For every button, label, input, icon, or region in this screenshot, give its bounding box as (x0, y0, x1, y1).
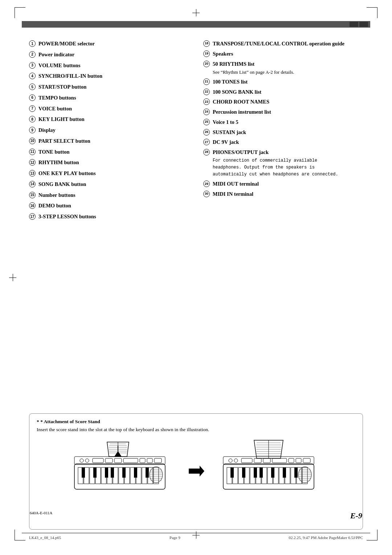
svg-rect-28 (123, 458, 138, 463)
svg-rect-16 (93, 467, 97, 478)
item-text: DEMO button (38, 202, 71, 210)
corner-mark-tl (15, 7, 25, 18)
list-item: 5START/STOP button (29, 83, 189, 91)
list-item: 27DC 9V jack (203, 138, 363, 146)
item-number: 28 (203, 149, 210, 155)
item-number: 4 (29, 73, 36, 79)
list-item: 15Number buttons (29, 191, 189, 199)
list-item-wrapper: 21100 TONES list (203, 78, 363, 86)
cross-left (9, 274, 16, 281)
item-text: TRANSPOSE/TUNE/LOCAL CONTROL operation g… (213, 40, 344, 48)
item-text: KEY LIGHT button (38, 116, 85, 123)
svg-point-23 (80, 459, 83, 462)
corner-mark-tr (367, 7, 377, 18)
svg-rect-72 (302, 467, 307, 484)
svg-marker-49 (189, 466, 204, 477)
item-text: START/STOP button (38, 83, 86, 91)
asterisk: * (37, 419, 39, 424)
list-item-wrapper: 18TRANSPOSE/TUNE/LOCAL CONTROL operation… (203, 40, 363, 48)
keyboard-after-svg (220, 438, 321, 504)
svg-point-81 (229, 459, 232, 462)
list-item: 11TONE button (29, 148, 189, 156)
header-accent-1 (350, 22, 358, 27)
list-item: 30MIDI IN terminal (203, 190, 363, 198)
svg-rect-76 (260, 467, 263, 478)
item-text: MIDI IN terminal (213, 190, 253, 198)
list-item: 26SUSTAIN jack (203, 129, 363, 137)
item-number: 13 (29, 170, 36, 177)
list-item: 2050 RHYTHMS list (203, 60, 363, 68)
item-text: TONE button (38, 148, 70, 156)
item-number: 11 (29, 149, 36, 155)
list-item: 6TEMPO buttons (29, 94, 189, 102)
keyboard-before-svg (71, 438, 172, 504)
item-text: 50 RHYTHMS list (213, 60, 254, 68)
item-number: 19 (203, 50, 210, 57)
item-number: 15 (29, 192, 36, 198)
list-item: 28PHONES/OUTPUT jack (203, 149, 363, 157)
svg-rect-84 (254, 458, 261, 463)
list-item: 29MIDI OUT terminal (203, 180, 363, 188)
item-number: 10 (29, 138, 36, 144)
item-text: VOICE button (38, 105, 72, 113)
page-border-bottom (22, 533, 370, 533)
list-item: 4SYNCHRO/FILL-IN button (29, 72, 189, 80)
item-number: 14 (29, 181, 36, 187)
item-number: 7 (29, 105, 36, 112)
item-text: 3-STEP LESSON buttons (38, 213, 96, 221)
item-text: Number buttons (38, 191, 75, 199)
item-text: Percussion instrument list (213, 108, 271, 116)
list-item-wrapper: 19Speakers (203, 50, 363, 58)
list-item-wrapper: 23CHORD ROOT NAMES (203, 98, 363, 106)
list-item: 21100 TONES list (203, 78, 363, 86)
svg-rect-85 (263, 458, 270, 463)
item-text: ONE KEY PLAY buttons (38, 170, 96, 178)
item-number: 12 (29, 159, 36, 166)
item-text: PHONES/OUTPUT jack (213, 149, 269, 157)
svg-rect-20 (134, 467, 137, 478)
item-text: POWER/MODE selector (38, 40, 95, 48)
svg-rect-25 (93, 458, 103, 463)
list-item-wrapper: 25Voice 1 to 5 (203, 118, 363, 126)
list-item-wrapper: 22100 SONG BANK list (203, 88, 363, 96)
list-item: 2Power indicator (29, 51, 189, 59)
list-item-wrapper: 28PHONES/OUTPUT jackFor connection of co… (203, 149, 363, 178)
svg-rect-30 (147, 458, 152, 463)
item-number: 21 (203, 78, 210, 85)
footer-timestamp: 02.2.25, 9:47 PM Adobe PageMaker 6.5J/PP… (289, 535, 363, 540)
svg-rect-26 (105, 458, 113, 463)
list-item: 19Speakers (203, 50, 363, 58)
item-number: 22 (203, 89, 210, 95)
item-number: 24 (203, 109, 210, 115)
svg-rect-87 (289, 458, 294, 463)
item-text: DC 9V jack (213, 138, 239, 146)
item-number: 1 (29, 40, 36, 47)
svg-rect-86 (272, 458, 287, 463)
item-number: 8 (29, 116, 36, 122)
item-number: 3 (29, 62, 36, 69)
list-item-wrapper: 26SUSTAIN jack (203, 129, 363, 137)
svg-rect-79 (294, 467, 298, 478)
item-number: 26 (203, 129, 210, 135)
score-stand-box: * * Attachment of Score Stand Insert the… (29, 413, 363, 530)
footer-filename: LK43_e_08_14.p65 (29, 535, 61, 540)
item-number: 29 (203, 181, 210, 187)
score-stand-title-text: * Attachment of Score Stand (40, 419, 100, 424)
list-item: 8KEY LIGHT button (29, 116, 189, 123)
item-number: 20 (203, 61, 210, 67)
list-item: 10PART SELECT button (29, 137, 189, 145)
svg-rect-15 (82, 467, 85, 478)
list-item: 1POWER/MODE selector (29, 40, 189, 48)
svg-rect-31 (154, 458, 162, 463)
list-item-wrapper: 2050 RHYTHMS listSee “Rhythm List” on pa… (203, 60, 363, 76)
svg-rect-19 (122, 467, 126, 478)
svg-rect-27 (114, 458, 122, 463)
svg-rect-89 (303, 458, 310, 463)
svg-rect-14 (154, 467, 159, 484)
item-text: VOLUME buttons (38, 62, 80, 70)
item-text: TEMPO buttons (38, 94, 76, 102)
list-item: 18TRANSPOSE/TUNE/LOCAL CONTROL operation… (203, 40, 363, 48)
item-text: PART SELECT button (38, 137, 90, 145)
svg-rect-73 (230, 467, 234, 478)
svg-rect-21 (146, 467, 149, 478)
